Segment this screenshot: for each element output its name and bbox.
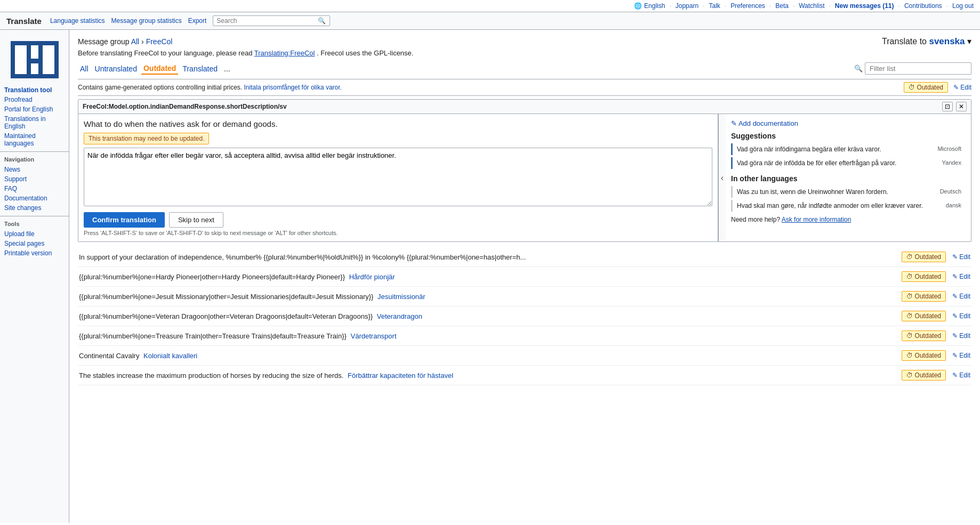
sidebar-translation-tool[interactable]: Translation tool xyxy=(4,85,65,95)
separator-4: · xyxy=(769,2,771,10)
info-edit-link[interactable]: ✎ Edit xyxy=(953,84,971,91)
top-navigation: 🌐 English · Jopparn · Talk · Preferences… xyxy=(0,0,980,12)
svg-rect-3 xyxy=(43,45,54,74)
tab-all[interactable]: All xyxy=(78,63,91,74)
keyboard-hint: Press 'ALT-SHIFT-S' to save or 'ALT-SHIF… xyxy=(84,230,712,236)
beta-link[interactable]: Beta xyxy=(775,2,789,10)
svg-rect-2 xyxy=(31,45,38,59)
translate-to-arrow[interactable]: ▾ xyxy=(967,37,971,46)
filter-search-icon: 🔍 xyxy=(854,64,863,72)
editor-right-panel: ✎ Add documentation Suggestions Vad göra… xyxy=(726,114,971,241)
translation-textarea[interactable]: När de infödda frågar efter eller begär … xyxy=(84,148,712,206)
row-text-6: The stables increase the maximum product… xyxy=(79,371,874,379)
translation-list: In support of your declaration of indepe… xyxy=(78,247,971,385)
watchlist-link[interactable]: Watchlist xyxy=(799,2,824,10)
editor-header: FreeCol:Model.option.indianDemandRespons… xyxy=(78,100,971,114)
edit-link-1[interactable]: ✎ Edit xyxy=(952,273,970,280)
row-right-4: ⏱ Outdated ✎ Edit xyxy=(874,330,970,341)
suggestion-row-1: Vad göra när infödingarna begära eller k… xyxy=(731,143,966,155)
search-icon[interactable]: 🔍 xyxy=(318,17,326,25)
sidebar-proofreading[interactable]: Proofread xyxy=(4,95,65,104)
table-row: {{plural:%number%|one=Jesuit Missionary|… xyxy=(78,287,971,306)
search-input[interactable] xyxy=(216,17,318,25)
header-links: Language statistics Message group statis… xyxy=(50,15,330,26)
suggestion-text-2: Vad göra när de infödda be för eller eft… xyxy=(737,159,938,167)
preferences-link[interactable]: Preferences xyxy=(730,2,765,10)
contributions-link[interactable]: Contributions xyxy=(904,2,942,10)
tab-translated[interactable]: Translated xyxy=(180,63,220,74)
separator-8: · xyxy=(946,2,948,10)
edit-link-2[interactable]: ✎ Edit xyxy=(952,293,970,300)
clock-icon-5: ⏱ xyxy=(906,352,913,359)
editor-expand-btn[interactable]: ⊡ xyxy=(942,102,953,111)
breadcrumb-project[interactable]: FreeCol xyxy=(146,37,173,46)
edit-link-4[interactable]: ✎ Edit xyxy=(952,332,970,340)
new-messages-link[interactable]: New messages (11) xyxy=(835,2,894,10)
add-documentation-link[interactable]: ✎ Add documentation xyxy=(731,119,966,127)
editor-close-btn[interactable]: ✕ xyxy=(956,102,967,111)
note-link[interactable]: Translating:FreeCol xyxy=(254,49,315,57)
editor-actions: Confirm translation Skip to next xyxy=(84,212,712,228)
badge-label: Outdated xyxy=(917,84,943,91)
breadcrumb-all[interactable]: All xyxy=(131,37,140,46)
translate-to: Translate to svenska ▾ xyxy=(882,36,971,47)
outdated-badge-6: ⏱ Outdated xyxy=(902,370,946,381)
edit-link-0[interactable]: ✎ Edit xyxy=(952,253,970,261)
row-right-2: ⏱ Outdated ✎ Edit xyxy=(874,291,970,302)
confirm-translation-button[interactable]: Confirm translation xyxy=(84,212,165,228)
svg-rect-1 xyxy=(15,45,27,74)
outdated-badge-3: ⏱ Outdated xyxy=(902,311,946,321)
breadcrumb-sep: › xyxy=(141,37,144,46)
suggestion-source-2: Yandex xyxy=(942,159,962,166)
editor-collapse-panel[interactable]: ‹ xyxy=(718,114,726,241)
tab-outdated[interactable]: Outdated xyxy=(141,63,178,75)
separator-7: · xyxy=(898,2,900,10)
clock-icon-3: ⏱ xyxy=(906,312,913,320)
table-row: {{plural:%number%|one=Treasure Train|oth… xyxy=(78,326,971,346)
suggestion-source-1: Microsoft xyxy=(937,146,961,152)
edit-link-3[interactable]: ✎ Edit xyxy=(952,312,970,320)
editor-title: FreeCol:Model.option.indianDemandRespons… xyxy=(83,103,938,110)
sidebar-upload-file[interactable]: Upload file xyxy=(4,229,65,239)
tab-untranslated[interactable]: Untranslated xyxy=(93,63,139,74)
info-row-right: ⏱ Outdated ✎ Edit xyxy=(904,82,971,93)
sidebar-translations-in-english[interactable]: Translations in English xyxy=(4,114,65,131)
sidebar-printable-version[interactable]: Printable version xyxy=(4,248,65,258)
message-group-statistics-link[interactable]: Message group statistics xyxy=(111,17,182,25)
separator-2: · xyxy=(703,2,704,10)
row-right-6: ⏱ Outdated ✎ Edit xyxy=(874,370,970,381)
sidebar-support[interactable]: Support xyxy=(4,174,65,184)
tab-more[interactable]: ... xyxy=(222,63,232,74)
sidebar-documentation[interactable]: Documentation xyxy=(4,193,65,203)
search-box[interactable]: 🔍 xyxy=(213,15,330,26)
logout-link[interactable]: Log out xyxy=(952,2,974,10)
separator-3: · xyxy=(725,2,726,10)
language-selector[interactable]: 🌐 English xyxy=(634,2,665,10)
svg-rect-4 xyxy=(31,63,38,74)
edit-link-5[interactable]: ✎ Edit xyxy=(952,352,970,359)
sidebar-site-changes[interactable]: Site changes xyxy=(4,203,65,213)
ask-for-info-link[interactable]: Ask for more information xyxy=(782,216,852,223)
language-statistics-link[interactable]: Language statistics xyxy=(50,17,105,25)
separator-1: · xyxy=(669,2,671,10)
skip-to-next-button[interactable]: Skip to next xyxy=(169,212,223,228)
user-link[interactable]: Jopparn xyxy=(676,2,698,10)
export-link[interactable]: Export xyxy=(188,17,207,25)
language-link[interactable]: English xyxy=(644,2,665,10)
table-row: In support of your declaration of indepe… xyxy=(78,247,971,267)
info-row: Contains game-generated options controll… xyxy=(78,79,971,96)
sidebar-maintained-languages[interactable]: Maintained languages xyxy=(4,131,65,148)
sidebar-special-pages[interactable]: Special pages xyxy=(4,239,65,248)
breadcrumb: Message group All › FreeCol xyxy=(78,37,172,46)
row-right-3: ⏱ Outdated ✎ Edit xyxy=(874,311,970,321)
other-lang-row-1: Was zu tun ist, wenn die Ureinwohner War… xyxy=(731,186,966,198)
sidebar-news[interactable]: News xyxy=(4,165,65,174)
talk-link[interactable]: Talk xyxy=(709,2,720,10)
info-outdated-badge: ⏱ Outdated xyxy=(904,82,948,93)
clock-icon-0: ⏱ xyxy=(906,253,913,261)
edit-link-6[interactable]: ✎ Edit xyxy=(952,371,970,379)
sidebar-portal-for-english[interactable]: Portal for English xyxy=(4,104,65,114)
filter-input[interactable] xyxy=(865,62,971,75)
translate-to-lang[interactable]: svenska xyxy=(929,36,965,46)
sidebar-faq[interactable]: FAQ xyxy=(4,184,65,193)
